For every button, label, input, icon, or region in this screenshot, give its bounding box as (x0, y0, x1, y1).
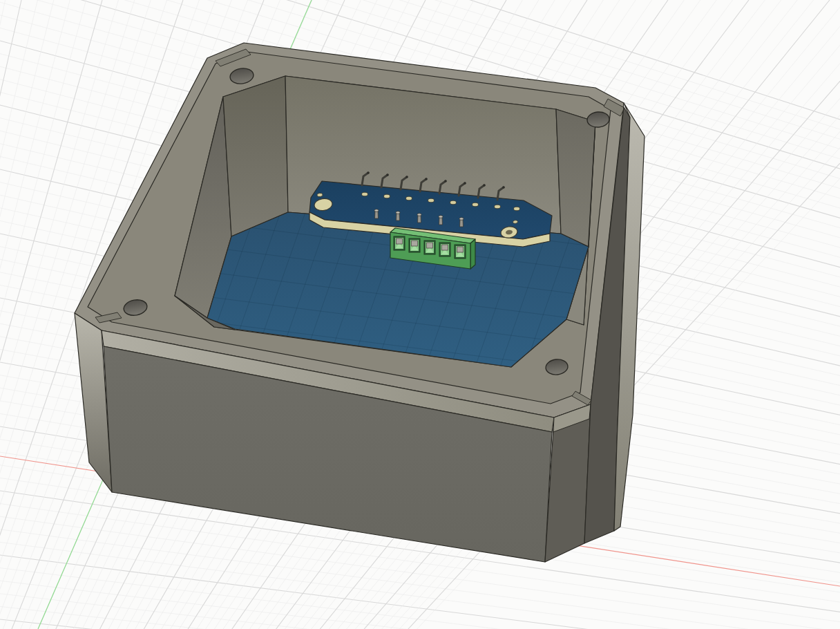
terminal-block-side (470, 239, 475, 269)
interior-nw-corner-panel (223, 76, 288, 236)
pcb-hole-right-small (513, 220, 518, 224)
cad-viewport[interactable] (0, 0, 840, 629)
cad-canvas-svg[interactable] (0, 0, 840, 629)
pcb-mount-hole-left-small (317, 193, 323, 197)
scene-root (0, 0, 840, 629)
